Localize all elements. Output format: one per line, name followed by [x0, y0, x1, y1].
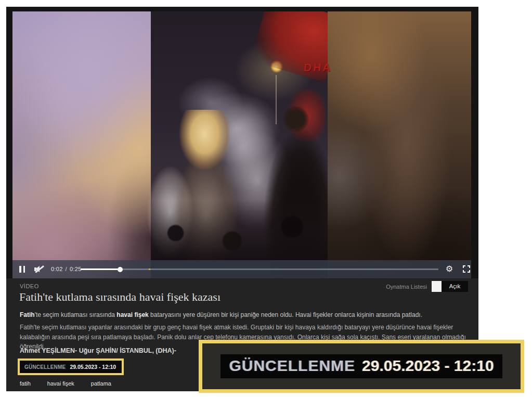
fullscreen-icon[interactable] — [463, 265, 470, 273]
page-container: DHA 0:02/0:25 VİDEO Oynatma Listesi — [6, 7, 478, 391]
article-byline: Ahmet YEŞİLMEN- Uğur ŞAHİN/ İSTANBUL, (D… — [20, 347, 176, 354]
article-title: Fatih'te kutlama sırasında havai fişek k… — [19, 290, 220, 304]
video-player[interactable]: DHA 0:02/0:25 — [12, 11, 471, 278]
video-blurred-background-right — [328, 11, 471, 278]
video-content — [151, 11, 328, 278]
dha-logo-watermark: DHA — [303, 61, 333, 74]
time-display: 0:02/0:25 — [51, 266, 82, 272]
updated-zoom-callout: GÜNCELLENME29.05.2023 - 12:10 — [199, 340, 524, 393]
updated-label: GÜNCELLENME — [24, 364, 66, 370]
time-separator: / — [66, 266, 67, 272]
progress-bar[interactable] — [81, 268, 438, 270]
callout-updated-label: GÜNCELLENME — [229, 357, 355, 374]
ad-marker — [149, 268, 150, 270]
callout-updated-value: 29.05.2023 - 12:10 — [362, 357, 494, 374]
updated-value: 29.05.2023 - 12:10 — [70, 364, 116, 370]
tag-patlama[interactable]: patlama — [91, 380, 111, 387]
toggle-state-label: Açık — [442, 281, 468, 292]
tag-fatih[interactable]: fatih — [20, 380, 31, 387]
video-controls-bar: 0:02/0:25 — [12, 260, 471, 278]
article-lead: Fatih'te seçim kutlaması sırasında havai… — [20, 310, 467, 319]
playhead[interactable] — [118, 267, 123, 272]
playlist-control: Oynatma Listesi Açık — [386, 281, 468, 292]
video-blurred-background-left — [12, 11, 151, 278]
updated-badge-highlight: GÜNCELLENME 29.05.2023 - 12:10 — [18, 358, 124, 375]
updated-zoom-callout-inner: GÜNCELLENME29.05.2023 - 12:10 — [220, 354, 502, 378]
section-label: VİDEO — [20, 283, 39, 289]
updated-badge: GÜNCELLENME 29.05.2023 - 12:10 — [20, 361, 122, 373]
tag-list: fatih havai fişek patlama — [20, 380, 111, 387]
pause-button[interactable] — [19, 266, 26, 273]
toggle-knob[interactable] — [432, 281, 442, 292]
tag-havai-fisek[interactable]: havai fişek — [47, 380, 74, 387]
mute-icon[interactable] — [34, 265, 46, 274]
playlist-toggle[interactable]: Açık — [432, 281, 468, 292]
settings-gear-icon[interactable] — [445, 264, 454, 274]
playlist-label: Oynatma Listesi — [386, 284, 427, 290]
current-time: 0:02 — [51, 266, 63, 272]
duration: 0:25 — [70, 266, 82, 272]
lead-bold-fatih: Fatih — [20, 311, 35, 318]
lead-bold-havai-fisek: havai fişek — [116, 311, 148, 318]
progress-fill — [81, 268, 120, 270]
